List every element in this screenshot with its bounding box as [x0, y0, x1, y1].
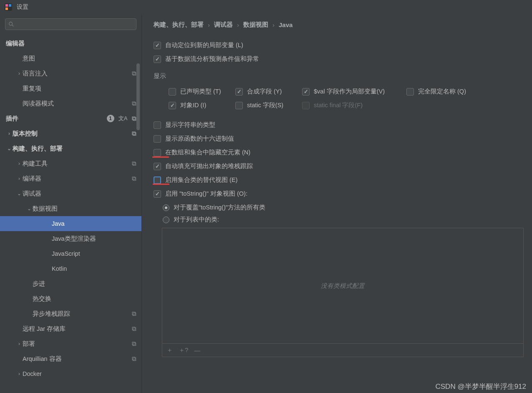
watermark: CSDN @半梦半醒半浮生912	[435, 382, 526, 391]
settings-sidebar: 编辑器 意图›语言注入⧉ 重复项 阅读器模式⧉插件1文A⧉›版本控制⧉⌄构建、执…	[0, 14, 142, 393]
scrollbar[interactable]	[136, 38, 141, 122]
chevron-right-icon[interactable]: ›	[16, 371, 23, 377]
checkbox-row: 对象ID (I)	[169, 101, 235, 109]
radio-button[interactable]	[163, 217, 169, 223]
sidebar-item-label: 异步堆栈跟踪	[33, 310, 141, 318]
sidebar-item[interactable]: ⌄调试器	[0, 186, 141, 201]
sidebar-item[interactable]: 阅读器模式⧉	[0, 96, 141, 111]
checkbox[interactable]	[154, 135, 161, 143]
sidebar-item[interactable]: Arquillian 容器⧉	[0, 351, 141, 366]
chevron-down-icon[interactable]: ⌄	[6, 146, 13, 151]
radio-row: 对于覆盖"toString()"方法的所有类	[154, 204, 524, 212]
chevron-right-icon: ›	[237, 21, 239, 28]
sidebar-item[interactable]: 重复项	[0, 81, 141, 96]
breadcrumb: 构建、执行、部署 › 调试器 › 数据视图 › Java	[154, 21, 524, 29]
chevron-down-icon[interactable]: ⌄	[26, 206, 33, 212]
svg-rect-2	[5, 8, 8, 10]
sidebar-item[interactable]: Java类型渲染器	[0, 231, 141, 246]
app-icon	[4, 3, 13, 11]
checkbox-label: static final 字段(F)	[314, 101, 363, 109]
sidebar-item[interactable]: ›语言注入⧉	[0, 66, 141, 81]
display-row2: 对象ID (I)static 字段(S)static final 字段(F)	[154, 101, 524, 109]
chevron-down-icon[interactable]: ⌄	[16, 191, 23, 196]
checkbox-label: 已声明类型 (T)	[180, 88, 221, 96]
sidebar-item-label: 编译器	[23, 175, 141, 183]
sidebar-item[interactable]: ›编译器⧉	[0, 171, 141, 186]
sidebar-item[interactable]: 插件1文A⧉	[0, 111, 141, 126]
sidebar-item-label: 阅读器模式	[23, 100, 141, 108]
checkbox-label: 对象ID (I)	[180, 101, 206, 109]
sidebar-item[interactable]: 意图	[0, 51, 141, 66]
sidebar-item[interactable]: JavaScript	[0, 246, 141, 261]
checkbox[interactable]	[154, 163, 161, 170]
display-section-label: 显示	[154, 72, 524, 80]
project-scope-icon: ⧉	[132, 70, 136, 77]
radio-row: 对于列表中的类:	[154, 216, 524, 224]
project-scope-icon: ⧉	[132, 130, 136, 137]
checkbox[interactable]	[154, 42, 161, 49]
add-button[interactable]: ＋	[166, 346, 173, 354]
radio-button[interactable]	[163, 204, 169, 211]
checkbox-label: 启用 "toString()" 对象视图 (O):	[165, 190, 247, 198]
sidebar-item[interactable]: ⌄构建、执行、部署	[0, 141, 141, 156]
checkbox[interactable]	[406, 88, 414, 96]
sidebar-item-label: 步进	[33, 280, 141, 288]
checkbox[interactable]	[169, 102, 176, 109]
chevron-right-icon: ›	[272, 21, 275, 28]
remove-button[interactable]: —	[194, 347, 200, 354]
checkbox-row: 基于数据流分析预测条件值和异常	[154, 55, 524, 63]
checkbox[interactable]	[154, 121, 161, 129]
chevron-right-icon[interactable]: ›	[6, 131, 13, 136]
project-scope-icon: ⧉	[132, 325, 136, 333]
sidebar-item[interactable]: ›Docker	[0, 366, 141, 381]
sidebar-item[interactable]: ›部署⧉	[0, 336, 141, 351]
search-input[interactable]	[5, 18, 136, 30]
chevron-right-icon[interactable]: ›	[16, 71, 23, 76]
project-scope-icon: ⧉	[132, 175, 136, 182]
badge: 1	[107, 115, 114, 122]
sidebar-item[interactable]: Kotlin	[0, 261, 141, 276]
svg-rect-3	[9, 4, 11, 7]
scrollbar-thumb[interactable]	[136, 63, 140, 130]
sidebar-item-label: 数据视图	[33, 205, 141, 213]
breadcrumb-item[interactable]: 调试器	[214, 21, 233, 29]
breadcrumb-item[interactable]: 构建、执行、部署	[154, 21, 204, 29]
checkbox	[302, 102, 310, 109]
sidebar-item-label: 版本控制	[13, 130, 141, 138]
checkbox[interactable]	[154, 190, 161, 198]
checkbox-row: static final 字段(F)	[302, 101, 406, 109]
sidebar-item[interactable]: 热交换	[0, 291, 141, 306]
checkbox[interactable]	[169, 88, 176, 96]
settings-tree: 编辑器 意图›语言注入⧉ 重复项 阅读器模式⧉插件1文A⧉›版本控制⧉⌄构建、执…	[0, 36, 141, 393]
checkbox-label: 在数组和集合中隐藏空元素 (N)	[165, 149, 250, 156]
checkbox-row: 启用 "toString()" 对象视图 (O):	[154, 190, 524, 198]
chevron-right-icon[interactable]: ›	[16, 161, 23, 166]
checkbox[interactable]	[154, 149, 161, 156]
sidebar-item[interactable]: ⌄数据视图	[0, 201, 141, 216]
checkbox[interactable]	[154, 176, 161, 184]
checkbox[interactable]	[154, 55, 161, 63]
sidebar-item[interactable]: ›版本控制⧉	[0, 126, 141, 141]
sidebar-item-label: 调试器	[23, 190, 141, 198]
checkbox[interactable]	[235, 88, 243, 96]
checkbox-label: 自动定位到新的局部变量 (L)	[165, 41, 243, 49]
chevron-right-icon[interactable]: ›	[16, 176, 23, 181]
add-pattern-button[interactable]: ＋?	[179, 346, 188, 354]
checkbox[interactable]	[235, 102, 243, 109]
checkbox-label: 自动填充可抛出对象的堆栈跟踪	[165, 162, 253, 170]
checkbox-row: 在数组和集合中隐藏空元素 (N)	[154, 149, 524, 156]
checkbox-row: $val 字段作为局部变量(V)	[302, 88, 406, 96]
sidebar-item[interactable]: 步进	[0, 276, 141, 291]
sidebar-item[interactable]: 编辑器	[0, 36, 141, 51]
sidebar-item[interactable]: Java	[0, 216, 141, 231]
checkbox-row: 已声明类型 (T)	[169, 88, 235, 96]
sidebar-item-label: 构建、执行、部署	[13, 145, 141, 153]
checkbox[interactable]	[302, 88, 310, 96]
chevron-right-icon[interactable]: ›	[16, 341, 23, 347]
sidebar-item[interactable]: 远程 Jar 存储库⧉	[0, 321, 141, 336]
breadcrumb-item[interactable]: 数据视图	[243, 21, 268, 29]
svg-rect-1	[5, 4, 8, 7]
sidebar-item[interactable]: ›构建工具⧉	[0, 156, 141, 171]
sidebar-item-label: Arquillian 容器	[23, 355, 141, 363]
sidebar-item[interactable]: 异步堆栈跟踪⧉	[0, 306, 141, 321]
